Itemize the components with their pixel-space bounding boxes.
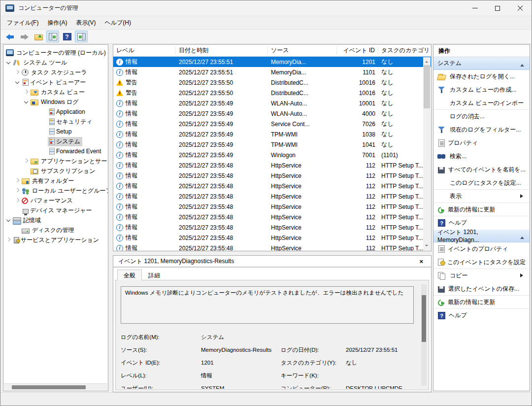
event-row[interactable]: 情報 2025/12/27 23:55:48 HttpService 112 H… — [113, 160, 431, 170]
action-item[interactable]: プロパティ — [433, 136, 530, 150]
expand-collapse-chevron-icon[interactable] — [14, 177, 21, 184]
column-header-event-id[interactable]: イベント ID — [337, 46, 378, 55]
tree-scrollbar-thumb[interactable] — [12, 385, 86, 389]
expand-collapse-chevron-icon[interactable] — [41, 108, 48, 115]
event-row[interactable]: 情報 2025/12/27 23:55:51 MemoryDia... 1201… — [113, 57, 431, 67]
actions-section-system-header[interactable]: システム — [433, 57, 530, 70]
menu-item[interactable]: ファイル(F) — [2, 17, 43, 29]
action-item[interactable]: 検索... — [433, 150, 530, 163]
tree-item[interactable]: サービスとアプリケーション — [3, 235, 108, 245]
event-row[interactable]: 情報 2025/12/27 23:55:49 WLAN-Auto... 1000… — [113, 98, 431, 108]
action-item[interactable]: 選択したイベントの保存... — [433, 282, 530, 296]
event-row[interactable]: 情報 2025/12/27 23:55:48 HttpService 112 H… — [113, 243, 431, 251]
action-item[interactable]: 保存されたログを開く... — [433, 70, 530, 83]
event-row[interactable]: 情報 2025/12/27 23:55:49 WLAN-Auto... 4000… — [113, 108, 431, 119]
event-row[interactable]: 情報 2025/12/27 23:55:48 HttpService 112 H… — [113, 181, 431, 191]
menu-item[interactable]: 操作(A) — [43, 17, 71, 29]
toolbar-button[interactable] — [46, 31, 59, 42]
event-row[interactable]: 警告 2025/12/27 23:55:50 DistributedC... 1… — [113, 77, 431, 88]
scroll-down-arrow-icon[interactable] — [423, 243, 431, 250]
expand-collapse-chevron-icon[interactable] — [41, 118, 48, 125]
tree-item[interactable]: コンピューターの管理 (ローカル) — [3, 48, 108, 58]
toolbar-button[interactable] — [3, 31, 16, 42]
minimize-button[interactable] — [464, 0, 486, 16]
tree-item[interactable]: セキュリティ — [3, 117, 108, 127]
tree-item[interactable]: ディスクの管理 — [3, 225, 108, 235]
event-row[interactable]: 情報 2025/12/27 23:55:51 MemoryDia... 1101… — [113, 67, 431, 77]
expand-collapse-chevron-icon[interactable] — [5, 237, 12, 243]
expand-collapse-chevron-icon[interactable] — [23, 168, 30, 174]
tree-item[interactable]: サブスクリプション — [3, 166, 108, 176]
expand-collapse-chevron-icon[interactable] — [5, 217, 12, 224]
expand-collapse-chevron-icon[interactable] — [5, 59, 12, 66]
event-row[interactable]: 情報 2025/12/27 23:55:49 Service Cont... 7… — [113, 119, 431, 129]
action-item[interactable]: 最新の情報に更新 — [433, 203, 530, 216]
actions-section-event-header[interactable]: イベント 1201, MemoryDiagn... — [433, 230, 530, 242]
tree-item[interactable]: 共有フォルダー — [3, 176, 108, 186]
collapse-chevron-up-icon[interactable] — [519, 233, 526, 239]
action-item[interactable]: イベントのプロパティ — [433, 242, 530, 256]
action-item[interactable]: ログの消去... — [433, 110, 530, 123]
tree-item[interactable]: ローカル ユーザーとグループ — [3, 186, 108, 196]
event-row[interactable]: 情報 2025/12/27 23:55:48 HttpService 112 H… — [113, 202, 431, 212]
tree-item[interactable]: 記憶域 — [3, 215, 108, 225]
expand-collapse-chevron-icon[interactable] — [41, 128, 48, 135]
scroll-up-arrow-icon[interactable] — [423, 57, 431, 65]
action-item[interactable]: ヘルプ — [433, 309, 530, 322]
expand-collapse-chevron-icon[interactable] — [23, 99, 30, 105]
tree-horizontal-scrollbar[interactable] — [4, 383, 107, 390]
action-item[interactable]: このログにタスクを設定... — [433, 176, 530, 190]
expand-collapse-chevron-icon[interactable] — [23, 89, 30, 96]
event-row[interactable]: 情報 2025/12/27 23:55:48 HttpService 112 H… — [113, 191, 431, 202]
action-item[interactable]: カスタム ビューの作成... — [433, 83, 530, 97]
tree-item[interactable]: イベント ビューアー — [3, 77, 108, 87]
tree-item[interactable]: パフォーマンス — [3, 196, 108, 205]
action-item[interactable]: このイベントにタスクを設定... — [433, 256, 530, 269]
detail-vertical-scrollbar[interactable] — [421, 284, 427, 386]
event-row[interactable]: 情報 2025/12/27 23:55:48 HttpService 112 H… — [113, 233, 431, 243]
tree-item[interactable]: Forwarded Event — [3, 146, 108, 156]
close-button[interactable] — [509, 0, 532, 16]
detail-tab[interactable]: 詳細 — [142, 270, 166, 280]
expand-collapse-chevron-icon[interactable] — [14, 69, 21, 76]
event-row[interactable]: 情報 2025/12/27 23:55:48 HttpService 112 H… — [113, 222, 431, 233]
event-row[interactable]: 情報 2025/12/27 23:55:49 TPM-WMI 1038 なし — [113, 129, 431, 139]
tree-item[interactable]: システム ツール — [3, 58, 108, 68]
expand-collapse-chevron-icon[interactable] — [14, 227, 21, 234]
column-header-category[interactable]: タスクのカテゴリ — [378, 46, 431, 55]
action-item[interactable]: 現在のログをフィルター... — [433, 123, 530, 136]
action-item[interactable]: すべてのイベントを名前を... — [433, 163, 530, 176]
expand-collapse-chevron-icon[interactable] — [14, 187, 21, 194]
column-header-date[interactable]: 日付と時刻 — [176, 46, 268, 55]
detail-scrollbar-thumb[interactable] — [422, 295, 426, 342]
action-item[interactable]: カスタム ビューのインポート... — [433, 97, 530, 110]
action-item[interactable]: コピー — [433, 269, 530, 282]
menu-item[interactable]: 表示(V) — [71, 17, 100, 29]
toolbar-button[interactable] — [18, 31, 31, 42]
tree-item[interactable]: Application — [3, 107, 108, 117]
tree-item[interactable]: Windows ログ — [3, 97, 108, 107]
column-header-source[interactable]: ソース — [268, 46, 337, 55]
action-item[interactable]: 最新の情報に更新 — [433, 296, 530, 309]
tree-item[interactable]: タスク スケジューラ — [3, 68, 108, 77]
event-row[interactable]: 警告 2025/12/27 23:55:50 DistributedC... 1… — [113, 88, 431, 98]
expand-collapse-chevron-icon[interactable] — [23, 158, 30, 165]
tree-item[interactable]: カスタム ビュー — [3, 87, 108, 97]
action-item[interactable]: 表示 — [433, 190, 530, 203]
maximize-button[interactable] — [486, 0, 509, 16]
menu-item[interactable]: ヘルプ(H) — [100, 17, 135, 29]
expand-collapse-chevron-icon[interactable] — [41, 148, 48, 155]
expand-collapse-chevron-icon[interactable] — [41, 138, 48, 145]
tree-item[interactable]: アプリケーションとサービス — [3, 156, 108, 166]
expand-collapse-chevron-icon[interactable] — [14, 207, 21, 214]
expand-collapse-chevron-icon[interactable] — [14, 197, 21, 204]
toolbar-button[interactable] — [61, 31, 73, 42]
detail-tab[interactable]: 全般 — [117, 270, 142, 280]
column-header-level[interactable]: レベル — [113, 46, 176, 55]
event-list-scrollbar-thumb[interactable] — [424, 65, 430, 108]
detail-close-icon[interactable]: × — [416, 258, 426, 265]
event-row[interactable]: 情報 2025/12/27 23:55:49 Winlogon 7001 (11… — [113, 150, 431, 160]
toolbar-button[interactable] — [75, 31, 88, 42]
action-item[interactable]: ヘルプ — [433, 216, 530, 230]
event-description[interactable]: Windows メモリ診断によりコンピューターのメモリがテストされましたが、エラ… — [121, 286, 414, 324]
